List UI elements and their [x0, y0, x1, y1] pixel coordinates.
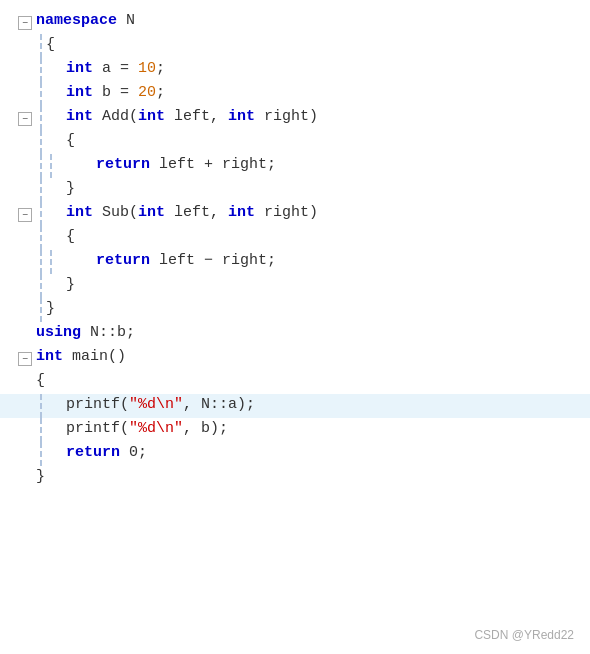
gutter: −	[0, 10, 36, 34]
code-tokens: using N::b;	[36, 322, 135, 346]
scope-indicator	[40, 106, 42, 130]
scope-indicator	[40, 34, 42, 58]
scope-indicator	[40, 394, 42, 418]
code-tokens: printf("%d\n", b);	[46, 418, 228, 442]
watermark: CSDN @YRedd22	[474, 628, 574, 642]
code-tokens: namespace N	[36, 10, 135, 34]
scope-indicator	[40, 298, 42, 322]
code-tokens: printf("%d\n", N::a);	[46, 394, 255, 418]
code-line: return left − right;	[0, 250, 590, 274]
code-line: −namespace N	[0, 10, 590, 34]
code-tokens: int a = 10;	[46, 58, 165, 82]
gutter	[0, 226, 36, 250]
gutter: −	[0, 202, 36, 226]
code-tokens: {	[46, 130, 75, 154]
gutter	[0, 58, 36, 82]
code-line: }	[0, 298, 590, 322]
scope-indicator	[40, 250, 42, 274]
scope-indicator	[50, 154, 52, 178]
code-tokens: int main()	[36, 346, 126, 370]
gutter	[0, 298, 36, 322]
code-line: −int Add(int left, int right)	[0, 106, 590, 130]
scope-indicator	[40, 442, 42, 466]
code-line: int b = 20;	[0, 82, 590, 106]
gutter	[0, 274, 36, 298]
code-line: }	[0, 466, 590, 490]
code-tokens: }	[36, 466, 45, 490]
code-line: −int main()	[0, 346, 590, 370]
scope-indicator	[40, 82, 42, 106]
gutter	[0, 178, 36, 202]
scope-indicator	[40, 130, 42, 154]
gutter	[0, 130, 36, 154]
code-tokens: return left + right;	[56, 154, 276, 178]
gutter	[0, 394, 36, 418]
code-tokens: {	[46, 226, 75, 250]
gutter	[0, 154, 36, 178]
gutter: −	[0, 106, 36, 130]
code-line: printf("%d\n", b);	[0, 418, 590, 442]
code-line: {	[0, 130, 590, 154]
code-line: {	[0, 370, 590, 394]
collapse-button[interactable]: −	[18, 16, 32, 30]
code-tokens: return left − right;	[56, 250, 276, 274]
gutter	[0, 250, 36, 274]
scope-indicator	[50, 250, 52, 274]
gutter	[0, 442, 36, 466]
gutter	[0, 82, 36, 106]
code-line: int a = 10;	[0, 58, 590, 82]
scope-indicator	[40, 418, 42, 442]
gutter	[0, 466, 36, 490]
scope-indicator	[40, 202, 42, 226]
code-line: }	[0, 274, 590, 298]
code-line: {	[0, 226, 590, 250]
code-line: {	[0, 34, 590, 58]
collapse-button[interactable]: −	[18, 352, 32, 366]
scope-indicator	[40, 226, 42, 250]
scope-indicator	[40, 178, 42, 202]
gutter	[0, 418, 36, 442]
code-line: −int Sub(int left, int right)	[0, 202, 590, 226]
scope-indicator	[40, 58, 42, 82]
code-editor: −namespace N{int a = 10;int b = 20;−int …	[0, 0, 590, 630]
collapse-button[interactable]: −	[18, 208, 32, 222]
code-tokens: {	[36, 370, 45, 394]
scope-indicator	[40, 274, 42, 298]
code-tokens: int Sub(int left, int right)	[46, 202, 318, 226]
gutter: −	[0, 346, 36, 370]
collapse-button[interactable]: −	[18, 112, 32, 126]
code-tokens: return 0;	[46, 442, 147, 466]
code-tokens: }	[46, 298, 55, 322]
code-line: printf("%d\n", N::a);	[0, 394, 590, 418]
code-tokens: int Add(int left, int right)	[46, 106, 318, 130]
code-line: using N::b;	[0, 322, 590, 346]
scope-indicator	[40, 154, 42, 178]
code-tokens: }	[46, 178, 75, 202]
code-line: }	[0, 178, 590, 202]
code-line: return 0;	[0, 442, 590, 466]
code-tokens: }	[46, 274, 75, 298]
gutter	[0, 370, 36, 394]
gutter	[0, 322, 36, 346]
code-tokens: {	[46, 34, 55, 58]
code-line: return left + right;	[0, 154, 590, 178]
code-tokens: int b = 20;	[46, 82, 165, 106]
gutter	[0, 34, 36, 58]
